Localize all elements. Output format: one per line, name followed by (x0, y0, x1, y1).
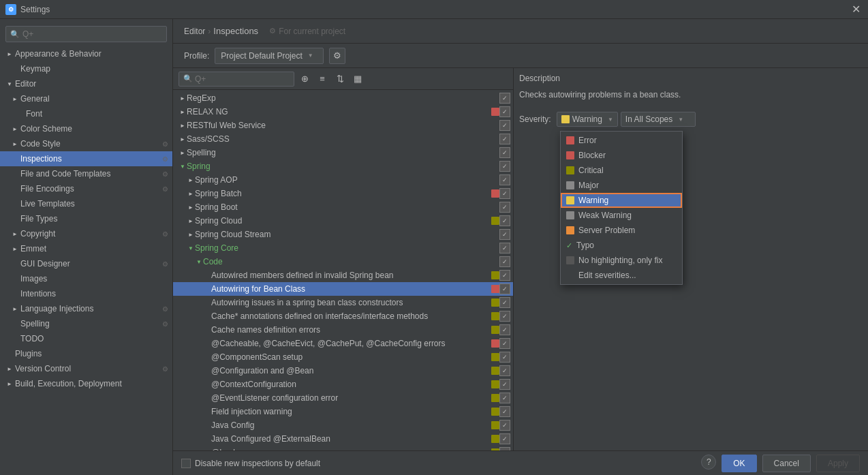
sidebar-item-color-scheme[interactable]: Color Scheme (0, 121, 172, 136)
severity-option-error[interactable]: Error (561, 133, 682, 148)
severity-option-major[interactable]: Major (561, 178, 682, 193)
inspection-search-container[interactable]: 🔍 (179, 72, 294, 87)
insp-checkbox[interactable] (499, 229, 510, 240)
close-button[interactable]: ✕ (849, 3, 863, 16)
inspection-item-cache-names[interactable]: Cache names definition errors (173, 323, 513, 337)
insp-checkbox[interactable] (499, 215, 510, 226)
inspection-item-java-config[interactable]: Java Config (173, 418, 513, 432)
sidebar-item-todo[interactable]: TODO (0, 331, 172, 346)
insp-checkbox[interactable] (499, 352, 510, 363)
sidebar-item-editor[interactable]: Editor (0, 76, 172, 91)
insp-checkbox[interactable] (499, 393, 510, 403)
disable-checkbox[interactable] (181, 459, 191, 468)
inspection-item-event-listener[interactable]: @EventListener configuration error (173, 391, 513, 405)
severity-option-server-problem[interactable]: Server Problem (561, 223, 682, 238)
severity-option-typo[interactable]: ✓Typo (561, 238, 682, 253)
inspection-item-autowiring-issues[interactable]: Autowiring issues in a spring bean class… (173, 296, 513, 309)
severity-option-warning[interactable]: Warning (561, 193, 682, 208)
insp-checkbox[interactable] (499, 420, 510, 431)
sidebar-item-file-code-templates[interactable]: File and Code Templates⚙ (0, 166, 172, 181)
expand-all-button[interactable]: ≡ (315, 72, 330, 87)
insp-checkbox[interactable] (499, 284, 510, 294)
ok-button[interactable]: OK (722, 455, 756, 472)
cancel-button[interactable]: Cancel (762, 455, 811, 472)
sidebar-item-code-style[interactable]: Code Style⚙ (0, 136, 172, 151)
inspection-item-java-configured[interactable]: Java Configured @ExternalBean (173, 432, 513, 446)
sidebar-search-input[interactable] (22, 29, 162, 39)
sidebar-item-file-types[interactable]: File Types (0, 211, 172, 226)
insp-checkbox[interactable] (499, 324, 510, 335)
inspection-item-spring-batch[interactable]: Spring Batch (173, 187, 513, 200)
insp-checkbox[interactable] (499, 202, 510, 213)
insp-checkbox[interactable] (499, 270, 510, 281)
severity-option-blocker[interactable]: Blocker (561, 148, 682, 163)
severity-option-edit-severities[interactable]: Edit severities... (561, 268, 682, 283)
sidebar-item-appearance[interactable]: Appearance & Behavior (0, 46, 172, 61)
insp-checkbox[interactable] (499, 338, 510, 349)
insp-checkbox[interactable] (499, 406, 510, 417)
inspection-search-input[interactable] (195, 74, 290, 84)
insp-checkbox[interactable] (499, 134, 510, 144)
insp-checkbox[interactable] (499, 174, 510, 185)
inspection-item-restful[interactable]: RESTful Web Service (173, 119, 513, 132)
inspection-item-spring-boot[interactable]: Spring Boot (173, 200, 513, 214)
sidebar-item-plugins[interactable]: Plugins (0, 346, 172, 361)
inspection-item-cacheable[interactable]: @Cacheable, @CacheEvict, @CachePut, @Cac… (173, 337, 513, 350)
inspection-item-spring-core[interactable]: Spring Core (173, 241, 513, 255)
severity-option-weak-warning[interactable]: Weak Warning (561, 208, 682, 223)
insp-checkbox[interactable] (499, 106, 510, 117)
insp-checkbox[interactable] (499, 243, 510, 254)
sidebar-item-emmet[interactable]: Emmet (0, 241, 172, 256)
profile-dropdown[interactable]: Project Default Project (215, 48, 324, 64)
sidebar-search-container[interactable]: 🔍 (5, 26, 167, 42)
inspection-item-regexp[interactable]: RegExp (173, 91, 513, 105)
insp-checkbox[interactable] (499, 120, 510, 131)
sidebar-item-language-injections[interactable]: Language Injections⚙ (0, 301, 172, 316)
inspection-item-spring-cloud-stream[interactable]: Spring Cloud Stream (173, 228, 513, 241)
sidebar-item-intentions[interactable]: Intentions (0, 286, 172, 301)
insp-checkbox[interactable] (499, 379, 510, 390)
severity-option-critical[interactable]: Critical (561, 163, 682, 178)
inspection-item-component-scan[interactable]: @ComponentScan setup (173, 350, 513, 364)
sidebar-item-keymap[interactable]: Keymap (0, 61, 172, 76)
inspection-item-field-injection[interactable]: Field injection warning (173, 405, 513, 418)
apply-button[interactable]: Apply (816, 455, 860, 472)
insp-checkbox[interactable] (499, 188, 510, 199)
inspection-item-config-bean[interactable]: @Configuration and @Bean (173, 364, 513, 378)
insp-checkbox[interactable] (499, 433, 510, 444)
filter-button[interactable]: ⊕ (297, 72, 312, 87)
scope-dropdown[interactable]: In All Scopes (621, 112, 696, 127)
insp-checkbox[interactable] (499, 161, 510, 172)
insp-checkbox[interactable] (499, 147, 510, 158)
inspection-item-spring-aop[interactable]: Spring AOP (173, 173, 513, 187)
sidebar-item-general[interactable]: General (0, 91, 172, 106)
inspection-item-autowired-invalid[interactable]: Autowired members defined in invalid Spr… (173, 269, 513, 282)
inspection-item-spring-cloud[interactable]: Spring Cloud (173, 214, 513, 228)
inspection-item-lookup[interactable]: @Lookup (173, 446, 513, 450)
insp-checkbox[interactable] (499, 365, 510, 376)
sidebar-item-font[interactable]: Font (0, 106, 172, 121)
inspection-item-autowiring-bean[interactable]: Autowiring for Bean Class (173, 282, 513, 296)
sidebar-item-version-control[interactable]: Version Control⚙ (0, 361, 172, 376)
insp-checkbox[interactable] (499, 297, 510, 308)
inspection-item-relax-ng[interactable]: RELAX NG (173, 105, 513, 119)
inspection-item-sass[interactable]: Sass/SCSS (173, 132, 513, 146)
inspection-item-context-config[interactable]: @ContextConfiguration (173, 378, 513, 391)
collapse-all-button[interactable]: ⇅ (332, 72, 347, 87)
sidebar-item-file-encodings[interactable]: File Encodings⚙ (0, 181, 172, 196)
group-button[interactable]: ▦ (350, 72, 365, 87)
insp-checkbox[interactable] (499, 311, 510, 322)
insp-checkbox[interactable] (499, 93, 510, 104)
sidebar-item-build-execution[interactable]: Build, Execution, Deployment (0, 376, 172, 391)
for-project-link[interactable]: For current project (269, 27, 345, 36)
sidebar-item-inspections[interactable]: Inspections⚙ (0, 151, 172, 166)
severity-dropdown[interactable]: Warning (557, 112, 618, 127)
inspection-item-spring[interactable]: Spring (173, 159, 513, 173)
inspection-item-code[interactable]: Code (173, 255, 513, 269)
sidebar-item-copyright[interactable]: Copyright⚙ (0, 226, 172, 241)
inspection-item-cache-annotations[interactable]: Cache* annotations defined on interfaces… (173, 309, 513, 323)
inspection-item-spelling2[interactable]: Spelling (173, 146, 513, 159)
help-button[interactable]: ? (701, 455, 716, 470)
sidebar-item-gui-designer[interactable]: GUI Designer⚙ (0, 256, 172, 271)
insp-checkbox[interactable] (499, 256, 510, 267)
